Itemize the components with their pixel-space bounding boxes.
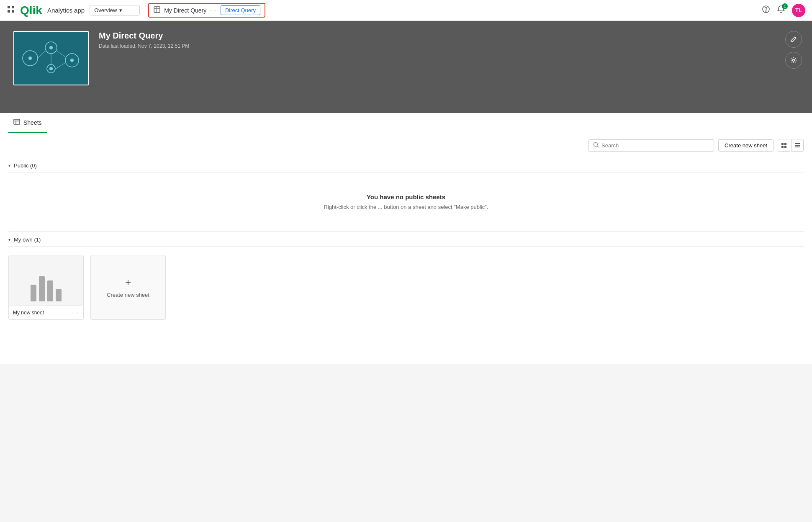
svg-point-18 — [49, 46, 53, 49]
sheets-toolbar: Create new sheet — [0, 133, 812, 157]
svg-rect-4 — [154, 7, 160, 13]
public-chevron-icon: ▾ — [8, 163, 10, 168]
search-box[interactable] — [588, 139, 714, 152]
user-avatar[interactable]: TL — [792, 4, 805, 17]
svg-point-21 — [793, 59, 795, 62]
app-pill: My Direct Query ··· Direct Query — [148, 3, 265, 18]
svg-rect-29 — [781, 146, 784, 148]
my-own-chevron-icon: ▾ — [8, 237, 10, 242]
svg-rect-31 — [795, 143, 800, 144]
nav-action-icons: 1 TL — [762, 4, 805, 17]
search-input[interactable] — [601, 142, 709, 149]
svg-point-17 — [28, 57, 32, 60]
app-last-loaded: Data last loaded: Nov 7, 2023, 12:51 PM — [99, 43, 799, 49]
sheet-card-name: My new sheet — [13, 310, 44, 316]
create-new-sheet-card[interactable]: + Create new sheet — [90, 255, 166, 320]
svg-rect-0 — [8, 6, 10, 8]
public-section-label: Public (0) — [14, 162, 37, 169]
overview-dropdown[interactable]: Overview ▾ — [90, 5, 140, 15]
sheet-card-more-button[interactable]: ··· — [72, 309, 79, 316]
public-empty-state: You have no public sheets Right-click or… — [8, 172, 804, 231]
app-header-actions — [785, 31, 802, 69]
create-new-sheet-button[interactable]: Create new sheet — [718, 139, 773, 152]
svg-point-20 — [49, 67, 53, 70]
search-icon — [593, 142, 599, 149]
svg-rect-3 — [12, 10, 14, 13]
svg-rect-32 — [795, 145, 800, 146]
empty-title: You have no public sheets — [17, 193, 795, 201]
pill-more-button[interactable]: ··· — [210, 7, 217, 14]
chart-bars — [31, 276, 62, 301]
sheets-tab-label: Sheets — [23, 119, 42, 126]
svg-line-14 — [57, 51, 65, 57]
notification-badge: 1 — [782, 3, 788, 9]
grid-view-button[interactable] — [778, 139, 790, 152]
svg-rect-2 — [8, 10, 10, 13]
notifications-icon[interactable]: 1 — [777, 5, 785, 15]
grid-icon[interactable] — [7, 5, 15, 15]
app-header: My Direct Query Data last loaded: Nov 7,… — [0, 21, 812, 113]
svg-rect-33 — [795, 147, 800, 147]
svg-rect-30 — [784, 146, 786, 148]
svg-rect-1 — [12, 6, 14, 8]
app-name: My Direct Query — [99, 31, 799, 41]
chevron-down-icon: ▾ — [119, 7, 135, 13]
qlik-wordmark: Qlik — [20, 5, 42, 16]
chart-bar — [31, 285, 36, 301]
sheets-section: Sheets Create new sheet — [0, 113, 812, 364]
app-thumbnail — [13, 31, 89, 85]
sheet-cards-container: My new sheet ··· + Create new sheet — [8, 247, 804, 328]
sheet-card-thumbnail — [9, 255, 83, 306]
svg-rect-27 — [781, 143, 784, 145]
svg-point-19 — [70, 59, 74, 62]
edit-button[interactable] — [785, 31, 802, 48]
my-own-section-header[interactable]: ▾ My own (1) — [8, 231, 804, 247]
qlik-logo: Qlik — [20, 5, 42, 16]
pill-title: My Direct Query — [164, 7, 206, 14]
sheet-card-footer: My new sheet ··· — [9, 306, 83, 319]
direct-query-button[interactable]: Direct Query — [221, 5, 260, 15]
svg-line-26 — [597, 146, 599, 147]
sheet-card[interactable]: My new sheet ··· — [8, 255, 84, 320]
top-navigation: Qlik Analytics app Overview ▾ My Direct … — [0, 0, 812, 21]
svg-point-25 — [594, 142, 598, 146]
sheets-tabs: Sheets — [0, 113, 812, 133]
help-icon[interactable] — [762, 5, 770, 15]
create-card-label: Create new sheet — [107, 292, 149, 298]
my-own-section-label: My own (1) — [14, 237, 41, 243]
sheets-tab-icon — [13, 118, 20, 127]
public-section-header[interactable]: ▾ Public (0) — [8, 157, 804, 172]
svg-line-13 — [38, 51, 45, 58]
view-toggle — [778, 139, 804, 152]
chart-bar — [39, 276, 45, 301]
dropdown-label: Overview — [94, 7, 117, 13]
settings-button[interactable] — [785, 52, 802, 69]
sheets-tab[interactable]: Sheets — [8, 113, 47, 133]
my-own-section: ▾ My own (1) My new sheet ··· — [0, 231, 812, 328]
chart-bar — [47, 280, 53, 301]
public-section: ▾ Public (0) You have no public sheets R… — [0, 157, 812, 231]
app-title: Analytics app — [47, 7, 85, 14]
svg-line-16 — [54, 63, 65, 69]
svg-rect-22 — [14, 119, 20, 124]
app-info: My Direct Query Data last loaded: Nov 7,… — [99, 31, 799, 49]
svg-rect-28 — [784, 143, 786, 145]
list-view-button[interactable] — [791, 139, 804, 152]
chart-bar — [56, 289, 62, 301]
plus-icon: + — [125, 277, 131, 288]
empty-subtitle: Right-click or click the ... button on a… — [17, 204, 795, 210]
svg-point-8 — [766, 11, 766, 12]
app-icon — [153, 6, 161, 15]
